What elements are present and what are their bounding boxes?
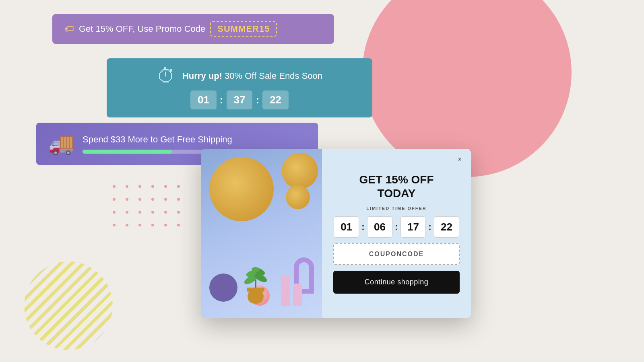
timer-hours: 01: [190, 90, 217, 109]
tag-icon: 🏷: [64, 23, 74, 35]
popup-image-panel: [201, 149, 322, 318]
popup-subtitle: LIMITED TIME OFFER: [366, 206, 427, 211]
bg-yellow-stripe-decoration: [24, 261, 113, 350]
countdown-timer: 01 : 37 : 22: [190, 90, 289, 109]
popup-content-panel: × GET 15% OFF TODAY LIMITED TIME OFFER 0…: [322, 149, 471, 318]
progress-bar-fill: [83, 150, 172, 154]
stopwatch-icon: ⏱: [157, 66, 176, 86]
svg-point-6: [252, 267, 260, 272]
popup-modal: × GET 15% OFF TODAY LIMITED TIME OFFER 0…: [201, 149, 471, 318]
bg-dots-decoration: [113, 185, 184, 231]
popup-coupon-code[interactable]: COUPONCODE: [333, 243, 460, 265]
popup-timer-tens: 17: [400, 216, 426, 238]
popup-timer-seconds: 22: [434, 216, 459, 238]
continue-shopping-button[interactable]: Continue shopping: [333, 271, 460, 294]
popup-timer-colon-3: :: [428, 221, 431, 232]
purple-circle-decoration: [209, 274, 237, 302]
popup-timer-colon-1: :: [361, 221, 365, 232]
gold-circle-medium-decoration: [282, 153, 318, 189]
timer-colon-1: :: [220, 94, 223, 106]
truck-icon: 🚚: [48, 132, 74, 156]
pink-pillar-right-decoration: [293, 284, 302, 306]
countdown-header: ⏱ Hurry up! 30% Off Sale Ends Soon: [157, 66, 322, 86]
popup-title: GET 15% OFF TODAY: [359, 173, 433, 200]
pink-pillar-left-decoration: [281, 276, 290, 306]
countdown-title: Hurry up! 30% Off Sale Ends Soon: [182, 71, 322, 81]
shipping-text: Spend $33 More to Get Free Shipping: [83, 134, 306, 145]
popup-timer-colon-2: :: [395, 221, 398, 232]
plant-icon: [239, 259, 272, 308]
timer-seconds: 22: [262, 90, 289, 109]
gold-circle-small-decoration: [286, 185, 310, 209]
popup-close-button[interactable]: ×: [454, 154, 465, 165]
popup-timer-minutes: 06: [367, 216, 392, 238]
timer-minutes: 37: [227, 90, 253, 109]
popup-timer: 01 : 06 : 17 : 22: [334, 216, 459, 238]
svg-rect-0: [247, 288, 264, 292]
promo-code: SUMMER15: [210, 21, 277, 37]
countdown-banner: ⏱ Hurry up! 30% Off Sale Ends Soon 01 : …: [107, 58, 372, 117]
popup-timer-hours: 01: [334, 216, 359, 238]
timer-colon-2: :: [256, 94, 259, 106]
promo-banner: 🏷 Get 15% OFF, Use Promo Code SUMMER15: [52, 14, 334, 44]
gold-circle-large-decoration: [209, 157, 274, 221]
promo-banner-text: Get 15% OFF, Use Promo Code: [79, 24, 205, 34]
